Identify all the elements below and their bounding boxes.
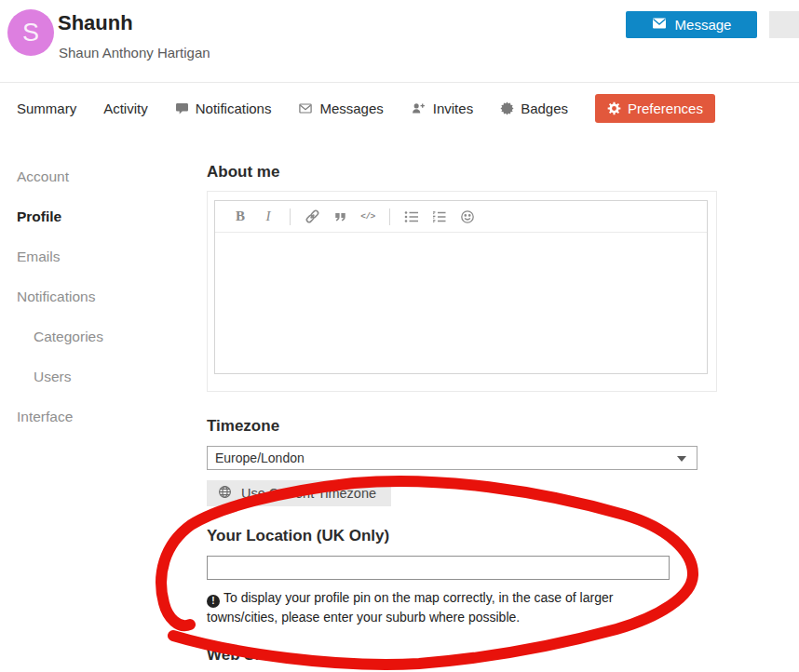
sidebar-item-account[interactable]: Account xyxy=(17,156,194,196)
alert-icon: ! xyxy=(207,595,220,608)
sidebar-item-categories[interactable]: Categories xyxy=(17,316,194,356)
italic-button[interactable]: I xyxy=(257,206,279,228)
toolbar-separator xyxy=(290,208,291,225)
gear-icon xyxy=(607,101,621,115)
location-input[interactable] xyxy=(207,556,670,580)
tab-activity[interactable]: Activity xyxy=(103,101,148,116)
user-plus-icon xyxy=(411,101,427,115)
sidebar-item-emails[interactable]: Emails xyxy=(17,236,194,276)
bullet-list-icon[interactable] xyxy=(400,206,423,228)
editor-toolbar: B I </> xyxy=(215,201,707,233)
timezone-selected-value: Europe/London xyxy=(215,450,305,465)
about-me-heading: About me xyxy=(207,163,279,181)
tab-messages[interactable]: Messages xyxy=(298,101,383,116)
tab-preferences[interactable]: Preferences xyxy=(595,94,715,123)
tab-badges[interactable]: Badges xyxy=(500,101,568,116)
message-button[interactable]: Message xyxy=(626,11,757,38)
code-icon[interactable]: </> xyxy=(357,206,379,228)
timezone-select[interactable]: Europe/London xyxy=(207,446,697,470)
location-help-text: !To display your profile pin on the map … xyxy=(207,588,669,627)
tab-notifications[interactable]: Notifications xyxy=(175,101,272,116)
toolbar-separator xyxy=(389,208,390,225)
smiley-icon[interactable] xyxy=(456,206,479,228)
full-name: Shaun Anthony Hartigan xyxy=(59,45,210,60)
avatar-letter: S xyxy=(22,19,39,47)
sidebar-item-users[interactable]: Users xyxy=(17,356,194,396)
sidebar-item-profile[interactable]: Profile xyxy=(17,196,194,236)
quote-icon[interactable] xyxy=(329,206,351,228)
tab-summary[interactable]: Summary xyxy=(17,101,76,116)
chevron-down-icon xyxy=(677,456,686,462)
sidebar-item-interface[interactable]: Interface xyxy=(17,396,194,437)
link-icon[interactable] xyxy=(301,206,323,228)
globe-icon xyxy=(218,485,232,502)
use-current-timezone-label: Use Current Timezone xyxy=(241,486,376,501)
use-current-timezone-button[interactable]: Use Current Timezone xyxy=(207,480,391,506)
message-button-label: Message xyxy=(675,17,732,33)
envelope-icon xyxy=(298,101,313,115)
profile-preferences-page: S Shaunh Shaun Anthony Hartigan Message … xyxy=(0,0,799,672)
about-me-textarea[interactable] xyxy=(215,233,707,372)
preferences-sidebar: Account Profile Emails Notifications Cat… xyxy=(17,156,194,437)
tab-invites[interactable]: Invites xyxy=(411,101,473,116)
timezone-heading: Timezone xyxy=(207,417,279,436)
header-divider xyxy=(0,82,799,83)
page-title-username: Shaunh xyxy=(58,11,133,35)
comment-icon xyxy=(175,101,189,115)
envelope-icon xyxy=(652,17,667,33)
avatar[interactable]: S xyxy=(7,9,54,56)
badge-icon xyxy=(500,101,514,115)
location-heading: Your Location (UK Only) xyxy=(207,527,389,545)
bold-button[interactable]: B xyxy=(229,206,251,228)
sidebar-item-notifications[interactable]: Notifications xyxy=(17,276,194,316)
about-me-editor: B I </> xyxy=(214,200,708,374)
admin-button-partial[interactable] xyxy=(769,11,799,38)
numbered-list-icon[interactable] xyxy=(428,206,451,228)
website-heading: Web Site xyxy=(207,646,273,665)
user-nav-tabs: Summary Activity Notifications Messages … xyxy=(0,93,799,124)
